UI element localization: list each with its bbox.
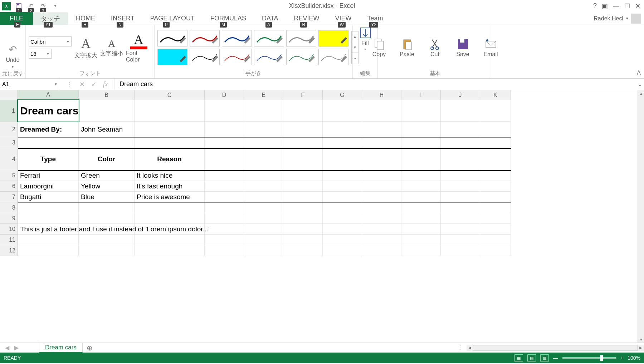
copy-button[interactable]: Copy — [368, 38, 391, 58]
undo-icon[interactable]: ↶ — [9, 44, 17, 55]
cell[interactable] — [362, 235, 401, 245]
cell[interactable] — [205, 100, 244, 122]
cell[interactable] — [244, 170, 283, 181]
cell[interactable] — [362, 202, 401, 213]
pen-swatch[interactable] — [222, 49, 252, 65]
cell[interactable]: Dreamed By: — [18, 122, 79, 137]
cell[interactable] — [480, 224, 511, 235]
email-button[interactable]: Email — [479, 38, 502, 58]
cell[interactable] — [441, 202, 480, 213]
cell[interactable] — [480, 245, 511, 256]
cell[interactable] — [401, 192, 441, 202]
cell[interactable] — [244, 122, 283, 137]
maximize-button[interactable]: ☐ — [624, 2, 630, 10]
select-all-corner[interactable] — [0, 90, 18, 100]
zoom-in-button[interactable]: + — [620, 355, 623, 361]
column-header[interactable]: G — [323, 90, 362, 100]
scroll-right-icon[interactable]: ▶ — [638, 345, 644, 351]
cell[interactable] — [283, 148, 323, 170]
cell[interactable]: Bugatti — [18, 192, 79, 202]
cell[interactable] — [244, 100, 283, 122]
undo-qat-button[interactable]: ↶ 2 — [26, 2, 35, 10]
cell[interactable]: Green — [79, 170, 135, 181]
cell[interactable] — [135, 235, 205, 245]
pen-swatch[interactable] — [318, 49, 348, 65]
scroll-down-icon[interactable]: ▼ — [638, 336, 644, 343]
pagebreak-view-button[interactable]: ▥ — [540, 354, 549, 361]
cell[interactable] — [323, 235, 362, 245]
cell[interactable] — [441, 213, 480, 224]
cell[interactable] — [244, 181, 283, 192]
cell[interactable] — [18, 245, 79, 256]
formulas-tab[interactable]: FORMULASM — [203, 12, 254, 25]
cell[interactable] — [323, 148, 362, 170]
cell[interactable] — [323, 245, 362, 256]
column-header[interactable]: D — [205, 90, 244, 100]
scroll-left-icon[interactable]: ◀ — [467, 345, 473, 351]
cell[interactable] — [283, 137, 323, 148]
highlighter-swatch[interactable] — [318, 30, 348, 46]
shrink-font-button[interactable]: A文字縮小 — [100, 38, 123, 58]
cell[interactable] — [323, 202, 362, 213]
cell[interactable]: It looks nice — [135, 170, 205, 181]
pen-swatch[interactable] — [222, 30, 252, 46]
column-header[interactable]: K — [480, 90, 511, 100]
formula-input[interactable]: Dream cars — [114, 79, 635, 90]
cell[interactable] — [480, 192, 511, 202]
cell[interactable] — [79, 202, 135, 213]
cell[interactable] — [18, 213, 79, 224]
chevron-down-icon[interactable]: ▾ — [364, 47, 366, 51]
cell[interactable] — [283, 202, 323, 213]
cell[interactable] — [283, 224, 323, 235]
cell[interactable] — [480, 202, 511, 213]
cell[interactable]: Blue — [79, 192, 135, 202]
zoom-level[interactable]: 100% — [628, 355, 640, 361]
row-header[interactable]: 12 — [0, 245, 18, 256]
column-header[interactable]: J — [441, 90, 480, 100]
cell[interactable]: Dream cars — [18, 100, 79, 122]
column-header[interactable]: E — [244, 90, 283, 100]
vertical-scrollbar[interactable]: ▲▼ — [638, 90, 644, 343]
cell[interactable] — [135, 213, 205, 224]
cell[interactable] — [135, 245, 205, 256]
cell[interactable]: Color — [79, 148, 135, 170]
font-size-combo[interactable]: 18▼ — [29, 49, 52, 59]
cell[interactable] — [205, 192, 244, 202]
cell[interactable] — [205, 148, 244, 170]
cell[interactable] — [79, 100, 135, 122]
cell[interactable] — [79, 137, 135, 148]
cell[interactable] — [441, 235, 480, 245]
cell[interactable] — [135, 122, 205, 137]
cell[interactable] — [205, 137, 244, 148]
cell[interactable] — [205, 181, 244, 192]
cell[interactable] — [401, 148, 441, 170]
cell[interactable] — [401, 122, 441, 137]
collapse-ribbon-button[interactable]: ᐱ — [633, 25, 644, 78]
column-header[interactable]: C — [135, 90, 205, 100]
cell[interactable] — [244, 192, 283, 202]
view-tab[interactable]: VIEWW — [327, 12, 359, 25]
cell[interactable] — [323, 213, 362, 224]
cell[interactable] — [362, 148, 401, 170]
cell[interactable] — [323, 192, 362, 202]
data-tab[interactable]: DATAA — [254, 12, 286, 25]
row-header[interactable]: 10 — [0, 224, 18, 235]
sheet-tab-active[interactable]: Dream cars — [39, 343, 83, 353]
cell[interactable] — [441, 224, 480, 235]
cell[interactable] — [244, 213, 283, 224]
cell[interactable] — [480, 213, 511, 224]
cell[interactable] — [79, 235, 135, 245]
fx-icon[interactable]: fx — [103, 80, 108, 88]
cell[interactable] — [244, 148, 283, 170]
column-header[interactable]: F — [283, 90, 323, 100]
cell[interactable] — [323, 181, 362, 192]
touch-tab[interactable]: タッチ Y1 — [33, 12, 68, 25]
chevron-down-icon[interactable]: ▾ — [12, 65, 14, 69]
cell[interactable] — [18, 202, 79, 213]
cell[interactable]: Ferrari — [18, 170, 79, 181]
cell-area[interactable]: Dream carsDreamed By:John SeamanTypeColo… — [18, 100, 638, 343]
row-header[interactable]: 6 — [0, 181, 18, 192]
cell[interactable] — [401, 235, 441, 245]
cell[interactable] — [244, 202, 283, 213]
cell[interactable]: Type — [18, 148, 79, 170]
